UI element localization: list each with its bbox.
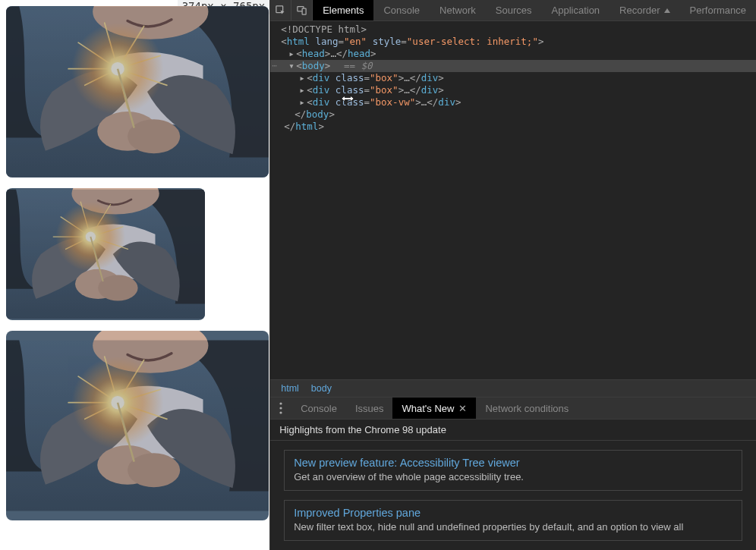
svg-point-19 <box>280 402 282 404</box>
highlight-card-desc: New filter text box, hide null and undef… <box>294 521 732 533</box>
highlight-card-title: Improved Properties pane <box>294 507 732 519</box>
sparkler-photo <box>6 6 269 178</box>
drawer-tabstrip: Console Issues What's New✕ Network condi… <box>270 398 756 420</box>
box-3 <box>6 331 269 520</box>
tab-elements[interactable]: Elements <box>313 0 373 20</box>
box-1 <box>6 6 269 178</box>
devtools-tabstrip: Elements Console Network Sources Applica… <box>270 0 756 21</box>
dom-tree[interactable]: <!DOCTYPE html> <html lang="en" style="u… <box>270 21 756 379</box>
close-icon[interactable]: ✕ <box>458 403 467 414</box>
dom-head[interactable]: ▸<head>…</head> <box>270 48 756 60</box>
drawer-tab-issues[interactable]: Issues <box>346 398 393 419</box>
drawer-body: Highlights from the Chrome 98 update New… <box>270 420 756 550</box>
device-toolbar-button[interactable] <box>291 0 313 20</box>
dom-html-open[interactable]: <html lang="en" style="user-select: inhe… <box>270 36 756 48</box>
dom-body-open[interactable]: ▾<body> == $0 <box>270 60 756 72</box>
dom-div-box-1[interactable]: ▸<div class="box">…</div> <box>270 72 756 84</box>
svg-point-20 <box>280 407 282 409</box>
dom-div-box-2[interactable]: ▸<div class="box">…</div> <box>270 84 756 96</box>
tab-sources[interactable]: Sources <box>486 0 542 20</box>
sparkler-photo <box>6 188 205 320</box>
tab-application[interactable]: Application <box>542 0 610 20</box>
drawer-tab-network-conditions[interactable]: Network conditions <box>476 398 578 419</box>
svg-rect-18 <box>302 8 306 14</box>
page-preview-pane: 374px × 765px <box>0 0 269 550</box>
dom-div-box-vw[interactable]: ▸<div class="box-vw">…</div> <box>270 96 756 108</box>
tab-recorder[interactable]: Recorder <box>610 0 679 20</box>
dom-html-close[interactable]: </html> <box>270 121 756 133</box>
inspect-element-button[interactable] <box>270 0 291 20</box>
drawer-more-button[interactable] <box>270 398 291 419</box>
crumb-body[interactable]: body <box>305 383 338 394</box>
highlight-card[interactable]: Improved Properties pane New filter text… <box>284 500 742 541</box>
highlight-card-desc: Get an overview of the whole page access… <box>294 471 732 482</box>
drawer-headline: Highlights from the Chrome 98 update <box>270 420 756 441</box>
breadcrumb: html body <box>270 379 756 398</box>
highlight-card[interactable]: New preview feature: Accessibility Tree … <box>284 450 742 491</box>
recorder-indicator-icon <box>664 8 670 13</box>
dom-doctype[interactable]: <!DOCTYPE html> <box>270 24 756 36</box>
tab-network[interactable]: Network <box>430 0 486 20</box>
highlight-card-title: New preview feature: Accessibility Tree … <box>294 457 732 469</box>
tab-performance[interactable]: Performance <box>680 0 756 20</box>
crumb-html[interactable]: html <box>275 383 305 394</box>
drawer-tab-console[interactable]: Console <box>291 398 346 419</box>
tab-console[interactable]: Console <box>373 0 430 20</box>
sparkler-photo <box>6 331 269 520</box>
svg-point-21 <box>280 411 282 413</box>
box-2 <box>6 188 205 320</box>
dom-body-close[interactable]: </body> <box>270 108 756 121</box>
devtools-panel: Elements Console Network Sources Applica… <box>269 0 756 550</box>
drawer-tab-whatsnew[interactable]: What's New✕ <box>392 398 476 419</box>
